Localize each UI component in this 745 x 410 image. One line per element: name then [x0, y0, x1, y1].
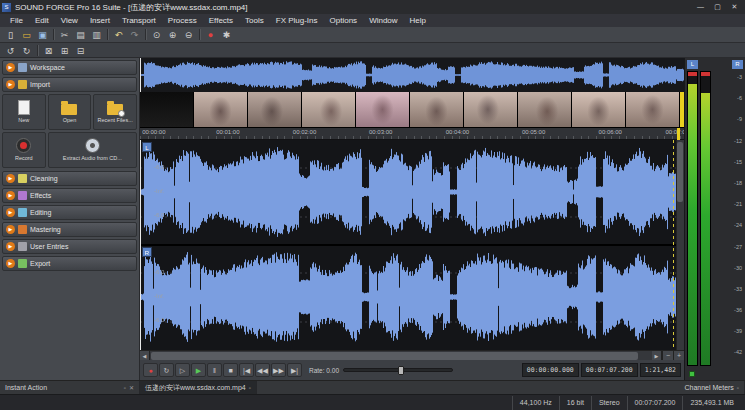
video-thumbnail[interactable] [410, 92, 464, 127]
menu-item[interactable]: Effects [203, 14, 239, 27]
cursor-position-display[interactable]: 00:00:00.000 [522, 363, 579, 377]
video-strip[interactable] [140, 92, 684, 128]
zoom-ratio-display[interactable]: 1:21,482 [640, 363, 681, 377]
vertical-scroll-thumb[interactable] [677, 142, 683, 202]
vertical-scrollbar[interactable] [676, 140, 684, 350]
menu-item[interactable]: Window [363, 14, 403, 27]
zoom-normal-icon[interactable]: ⊙ [149, 28, 164, 41]
time-zoom-in-icon[interactable]: + [673, 351, 684, 361]
menu-item[interactable]: Tools [239, 14, 270, 27]
overview-waveform[interactable] [140, 58, 684, 92]
cut-icon[interactable]: ✂ [57, 28, 72, 41]
rewind-button[interactable]: ◀◀ [255, 363, 270, 377]
save-file-icon[interactable]: ▣ [35, 28, 50, 41]
maximize-button[interactable]: ▢ [709, 1, 726, 13]
stereo-waveform[interactable] [140, 140, 676, 350]
zoom-selection-icon[interactable]: ⊠ [41, 44, 56, 57]
video-thumbnail[interactable] [194, 92, 248, 127]
record-button[interactable]: ● [143, 363, 158, 377]
right-channel-button[interactable]: R [142, 247, 152, 257]
menu-item[interactable]: View [55, 14, 84, 27]
instant-action-tab[interactable]: Instant Action ▫ ✕ [0, 381, 140, 394]
sidebar-item-import[interactable]: ▶ Import [2, 77, 137, 92]
sidebar-item-user-entries[interactable]: ▶ User Entries [2, 239, 137, 254]
video-thumbnail[interactable] [464, 92, 518, 127]
go-to-end-button[interactable]: ▶| [287, 363, 302, 377]
close-button[interactable]: ✕ [726, 1, 743, 13]
menu-item[interactable]: Process [162, 14, 203, 27]
zoom-out-time-icon[interactable]: ⊟ [73, 44, 88, 57]
extract-audio-tile[interactable]: Extract Audio from CD... [48, 132, 137, 168]
menu-item[interactable]: File [4, 14, 29, 27]
sidebar-item-editing[interactable]: ▶ Editing [2, 205, 137, 220]
video-thumbnail[interactable] [302, 92, 356, 127]
ruler-label: 00:01:00 [216, 129, 239, 135]
close-panel-icon[interactable]: ✕ [129, 384, 134, 391]
stop-button[interactable]: ■ [223, 363, 238, 377]
recent-files-tile[interactable]: Recent Files... [93, 94, 137, 130]
channel-meters-tab[interactable]: Channel Meters ▫ [679, 381, 745, 394]
pause-button[interactable]: ‖ [207, 363, 222, 377]
left-channel-button[interactable]: L [142, 142, 152, 152]
menu-item[interactable]: Help [404, 14, 432, 27]
menu-item[interactable]: Edit [29, 14, 55, 27]
pin-icon[interactable]: ▫ [737, 385, 739, 391]
zoom-in-time-icon[interactable]: ⊞ [57, 44, 72, 57]
copy-icon[interactable]: ▤ [73, 28, 88, 41]
rate-slider[interactable] [343, 368, 453, 372]
new-file-icon[interactable]: ▯ [3, 28, 18, 41]
horizontal-scrollbar[interactable]: ◀ ▶ − + [140, 350, 684, 360]
right-meter-bar[interactable] [700, 71, 711, 366]
sidebar-item-export[interactable]: ▶ Export [2, 256, 137, 271]
sidebar-item-effects[interactable]: ▶ Effects [2, 188, 137, 203]
right-clip-indicator[interactable] [701, 72, 710, 76]
scroll-left-icon[interactable]: ◀ [140, 351, 150, 361]
scroll-right-icon[interactable]: ▶ [652, 351, 662, 361]
tab-window-icon[interactable]: ▫ [249, 385, 251, 391]
crossfade-icon[interactable]: ↻ [19, 44, 34, 57]
menu-item[interactable]: FX Plug-Ins [270, 14, 324, 27]
time-ruler[interactable]: 00:00:0000:01:0000:02:0000:03:0000:04:00… [140, 128, 684, 140]
record-icon[interactable]: ● [203, 28, 218, 41]
video-thumbnail[interactable] [140, 92, 194, 127]
menu-item[interactable]: Transport [116, 14, 162, 27]
file-length-display[interactable]: 00:07:07.200 [581, 363, 638, 377]
waveform-view[interactable]: L R -6.0 -Inf. -6.0 -6.0 -Inf. -6.0 [140, 140, 684, 350]
plugin-chain-icon[interactable]: ✱ [219, 28, 234, 41]
go-to-start-button[interactable]: |◀ [239, 363, 254, 377]
video-thumbnail[interactable] [248, 92, 302, 127]
scroll-thumb[interactable] [151, 352, 638, 360]
open-file-icon[interactable]: ▭ [19, 28, 34, 41]
scroll-track[interactable] [150, 351, 652, 361]
overview-strip[interactable] [140, 58, 684, 92]
minimize-button[interactable]: — [692, 1, 709, 13]
forward-button[interactable]: ▶▶ [271, 363, 286, 377]
pin-icon[interactable]: ▫ [124, 385, 126, 391]
left-meter-bar[interactable] [687, 71, 698, 366]
loop-playback-button[interactable]: ↻ [159, 363, 174, 377]
sidebar-item-mastering[interactable]: ▶ Mastering [2, 222, 137, 237]
auto-ripple-icon[interactable]: ↺ [3, 44, 18, 57]
time-zoom-out-icon[interactable]: − [662, 351, 673, 361]
sidebar-item-cleaning[interactable]: ▶ Cleaning [2, 171, 137, 186]
file-tab[interactable]: 伍递的安详www.ssdax.com.mp4 ▫ [140, 381, 257, 394]
play-all-button[interactable]: ▷ [175, 363, 190, 377]
record-tile[interactable]: Record [2, 132, 46, 168]
new-tile[interactable]: New [2, 94, 46, 130]
undo-icon[interactable]: ↶ [111, 28, 126, 41]
paste-icon[interactable]: ▥ [89, 28, 104, 41]
left-clip-indicator[interactable] [688, 72, 697, 76]
zoom-in-icon[interactable]: ⊕ [165, 28, 180, 41]
video-thumbnail[interactable] [572, 92, 626, 127]
video-thumbnail[interactable] [356, 92, 410, 127]
rate-slider-knob[interactable] [398, 366, 404, 375]
sidebar-item-workspace[interactable]: ▶ Workspace [2, 60, 137, 75]
video-thumbnail[interactable] [626, 92, 680, 127]
zoom-out-icon[interactable]: ⊖ [181, 28, 196, 41]
open-tile[interactable]: Open [48, 94, 92, 130]
menu-item[interactable]: Options [324, 14, 364, 27]
video-thumbnail[interactable] [518, 92, 572, 127]
redo-icon[interactable]: ↷ [127, 28, 142, 41]
play-button[interactable]: ▶ [191, 363, 206, 377]
menu-item[interactable]: Insert [84, 14, 116, 27]
